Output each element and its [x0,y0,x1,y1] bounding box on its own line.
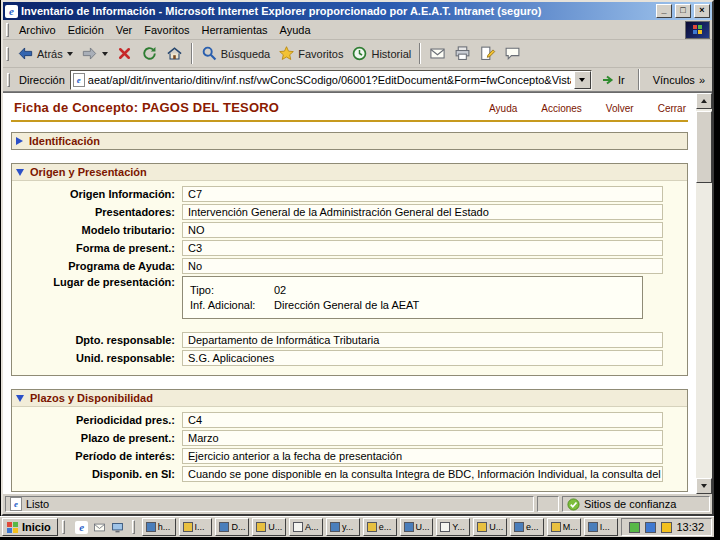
go-button[interactable]: Ir [597,72,629,88]
discuss-icon [504,45,521,62]
title-bar[interactable]: e Inventario de Información - Microsoft … [3,2,712,20]
taskbar-window-button[interactable]: D... [215,518,249,536]
address-dropdown-button[interactable] [574,71,591,89]
section-plazos: Plazos y Disponibilidad Periodicidad pre… [11,389,688,492]
taskbar-window-button[interactable]: U... [252,518,286,536]
scroll-down-button[interactable] [696,478,712,494]
taskbar-window-button[interactable]: I... [179,518,213,536]
links-bar[interactable]: Vínculos » [649,74,709,86]
address-label: Dirección [19,74,65,86]
stop-button[interactable] [112,43,137,64]
home-button[interactable] [162,43,187,64]
field-row: Periodicidad pres.: C4 [14,412,687,428]
taskbar-window-button[interactable]: e... [510,518,544,536]
zone-label: Sitios de confianza [584,498,676,510]
taskbar-window-button[interactable]: e... [363,518,397,536]
toolbar-grip[interactable] [6,47,9,61]
addressbar-grip[interactable] [7,73,10,87]
field-label: Plazo de present.: [14,432,182,444]
quicklaunch-ie-icon[interactable]: e [75,520,89,534]
clock[interactable]: 13:32 [677,521,705,533]
edit-icon [479,45,496,62]
tray-icon[interactable] [629,522,640,533]
start-button[interactable]: Inicio [2,518,58,536]
discuss-button[interactable] [500,43,525,64]
taskbar-window-button[interactable]: h... [142,518,176,536]
field-row: Origen Información: C7 [14,186,687,202]
section-identificacion[interactable]: Identificación [11,132,688,150]
back-button[interactable]: Atrás [13,43,77,64]
forward-button[interactable] [77,43,112,64]
taskbar-window-button[interactable]: U... [473,518,507,536]
standard-toolbar: Atrás Búsqueda Favoritos Historial [3,40,712,68]
menu-herramientas[interactable]: Herramientas [196,21,274,39]
forward-dropdown-icon[interactable] [102,52,108,56]
history-button[interactable]: Historial [347,43,415,64]
menu-edicion[interactable]: Edición [62,21,110,39]
link-cerrar[interactable]: Cerrar [658,103,686,114]
vertical-scrollbar[interactable] [696,93,712,494]
back-dropdown-icon[interactable] [67,52,73,56]
taskbar-window-button[interactable]: M... [547,518,581,536]
taskbar-window-button[interactable]: U... [400,518,434,536]
taskbar-window-button[interactable]: A... [289,518,323,536]
taskbar-window-button[interactable]: I... [584,518,618,536]
print-button[interactable] [450,43,475,64]
field-row: Plazo de present.: Marzo [14,430,687,446]
minimize-button[interactable]: _ [656,4,672,18]
collapse-arrow-icon[interactable] [16,169,24,176]
menu-ayuda[interactable]: Ayuda [274,21,317,39]
section-plazos-header[interactable]: Plazos y Disponibilidad [12,390,687,407]
scrollbar-track[interactable] [696,109,712,478]
taskbar-window-button[interactable]: y... [326,518,360,536]
menu-archivo[interactable]: Archivo [13,21,62,39]
taskbar-item-icon [330,522,340,532]
field-value: C3 [182,240,663,256]
field-row: Unid. responsable: S.G. Aplicaciones [14,350,687,366]
status-message-panel: e Listo [5,496,534,512]
refresh-button[interactable] [137,43,162,64]
expand-arrow-icon[interactable] [16,137,23,145]
address-input[interactable] [88,72,571,88]
taskbar-item-label: I... [600,522,610,532]
link-ayuda[interactable]: Ayuda [489,103,517,114]
favorites-button[interactable]: Favoritos [274,43,347,64]
field-row: Inf. Adicional: Dirección General de la … [190,299,635,311]
links-chevron-icon[interactable]: » [699,74,705,86]
field-label: Forma de present.: [14,242,182,254]
taskbar-item-label: e... [379,522,392,532]
taskbar-grip[interactable] [132,520,135,534]
field-value: Intervención General de la Administració… [182,204,663,220]
maximize-button[interactable]: □ [675,4,691,18]
scrollbar-thumb[interactable] [696,111,712,183]
taskbar-item-icon [404,522,414,532]
security-zone-panel: Sitios de confianza [562,496,710,512]
quicklaunch-mail-icon[interactable] [93,520,107,534]
quicklaunch-desktop-icon[interactable] [111,520,125,534]
link-acciones[interactable]: Acciones [541,103,582,114]
address-field[interactable]: e [70,70,592,90]
menubar-grip[interactable] [6,23,9,37]
scroll-up-button[interactable] [696,93,712,109]
collapse-arrow-icon[interactable] [16,395,24,402]
edit-button[interactable] [475,43,500,64]
field-value: NO [182,222,663,238]
trusted-sites-icon [567,498,580,511]
search-button[interactable]: Búsqueda [197,43,275,64]
mail-button[interactable] [425,43,450,64]
taskbar-item-label: U... [416,522,430,532]
tray-icon[interactable] [661,522,672,533]
go-arrow-icon [601,73,615,87]
taskbar-grip[interactable] [62,520,65,534]
ie-throbber-icon [685,21,710,39]
taskbar-window-button[interactable]: Y... [436,518,470,536]
menu-ver[interactable]: Ver [110,21,139,39]
menu-favoritos[interactable]: Favoritos [138,21,195,39]
link-volver[interactable]: Volver [606,103,634,114]
taskbar-item-label: h... [158,522,171,532]
tray-icon[interactable] [645,522,656,533]
print-icon [454,45,471,62]
search-icon [201,45,218,62]
close-button[interactable]: × [694,4,710,18]
section-origen-header[interactable]: Origen y Presentación [12,164,687,181]
